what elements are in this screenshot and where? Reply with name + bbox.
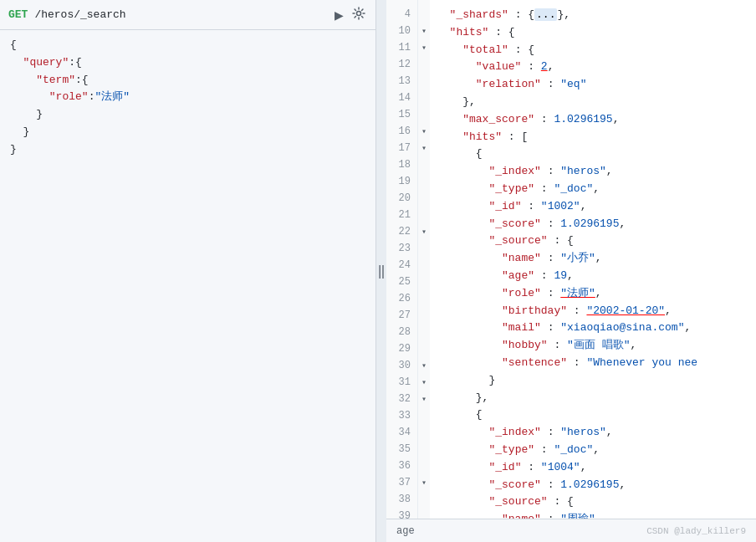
fold-13	[418, 74, 430, 90]
fold-23	[418, 241, 430, 258]
fold-36	[418, 458, 430, 475]
ln-32: 32	[386, 391, 417, 408]
fold-15	[418, 107, 430, 124]
response-content: 4 10 11 12 13 14 15 16 17 18 19 20 21 22…	[386, 0, 756, 519]
bottom-label: age	[396, 525, 415, 537]
ln-12: 12	[386, 57, 417, 74]
fold-31[interactable]	[418, 375, 430, 391]
code-line-2: "query":{	[10, 54, 365, 72]
fold-4[interactable]	[418, 7, 430, 23]
panel-divider[interactable]: ‖	[376, 0, 386, 542]
ln-17: 17	[386, 141, 417, 157]
fold-14	[418, 90, 430, 107]
ln-21: 21	[386, 207, 417, 224]
ln-36: 36	[386, 458, 417, 475]
ln-28: 28	[386, 325, 417, 341]
fold-39	[418, 509, 430, 519]
settings-button[interactable]	[350, 5, 367, 24]
ln-4: 4	[386, 7, 417, 23]
fold-27	[418, 308, 430, 325]
fold-19	[418, 174, 430, 191]
fold-indicators	[418, 0, 430, 519]
fold-18	[418, 157, 430, 174]
fold-12	[418, 57, 430, 74]
code-line-7: }	[10, 141, 365, 159]
fold-28	[418, 325, 430, 341]
fold-21	[418, 207, 430, 224]
r-line-27: "mail" : "xiaoqiao@sina.com",	[437, 320, 756, 337]
ln-20: 20	[386, 191, 417, 207]
ln-35: 35	[386, 442, 417, 458]
response-code-body: "_shards" : {...}, "hits" : { "total" : …	[430, 0, 756, 519]
ln-39: 39	[386, 509, 417, 519]
ln-14: 14	[386, 90, 417, 107]
fold-30[interactable]	[418, 358, 430, 375]
fold-37[interactable]	[418, 475, 430, 492]
ln-16: 16	[386, 124, 417, 141]
r-line-20: "_id" : "1002",	[437, 198, 756, 216]
fold-35	[418, 442, 430, 458]
code-line-4: "role":"法师"	[10, 89, 365, 106]
fold-11[interactable]	[418, 40, 430, 57]
code-line-1: {	[10, 37, 365, 54]
ln-34: 34	[386, 425, 417, 442]
fold-22[interactable]	[418, 224, 430, 241]
ln-27: 27	[386, 308, 417, 325]
r-line-31: },	[437, 390, 756, 407]
ln-13: 13	[386, 74, 417, 90]
r-line-22: "_source" : {	[437, 233, 756, 250]
r-line-12: "value" : 2,	[437, 59, 756, 76]
r-line-32: {	[437, 406, 756, 424]
fold-38	[418, 492, 430, 509]
request-body: { "query":{ "term":{ "role":"法师" } } }	[0, 30, 375, 542]
r-line-36: "_score" : 1.0296195,	[437, 477, 756, 494]
r-line-28: "hobby" : "画面 唱歌",	[437, 337, 756, 355]
r-line-38: "name" : "周瑜",	[437, 511, 756, 519]
fold-33	[418, 408, 430, 425]
r-line-21: "_score" : 1.0296195,	[437, 216, 756, 233]
fold-24	[418, 258, 430, 274]
r-line-18: "_index" : "heros",	[437, 163, 756, 181]
r-line-19: "_type" : "_doc",	[437, 181, 756, 198]
r-line-15: "max_score" : 1.0296195,	[437, 111, 756, 129]
r-line-29: "sentence" : "Whenever you nee	[437, 355, 756, 372]
r-line-23: "name" : "小乔",	[437, 250, 756, 268]
ln-25: 25	[386, 274, 417, 291]
ln-22: 22	[386, 224, 417, 241]
ln-15: 15	[386, 107, 417, 124]
ln-29: 29	[386, 341, 417, 358]
r-line-26: "birthday" : "2002-01-20",	[437, 303, 756, 320]
http-method: GET	[8, 8, 28, 21]
run-button[interactable]: ▶	[333, 7, 345, 23]
fold-10[interactable]	[418, 23, 430, 40]
r-line-17: {	[437, 146, 756, 163]
r-line-10: "hits" : {	[437, 24, 756, 42]
ln-37: 37	[386, 475, 417, 492]
fold-25	[418, 274, 430, 291]
fold-34	[418, 425, 430, 442]
url-actions: ▶	[333, 5, 367, 24]
ln-18: 18	[386, 157, 417, 174]
fold-16[interactable]	[418, 124, 430, 141]
fold-17[interactable]	[418, 141, 430, 157]
ln-19: 19	[386, 174, 417, 191]
ln-26: 26	[386, 291, 417, 308]
left-panel: GET /heros/_search ▶ { "query":{ "term":…	[0, 0, 376, 542]
bottom-bar: age CSDN @lady_killer9	[386, 519, 756, 542]
r-line-16: "hits" : [	[437, 129, 756, 146]
fold-20	[418, 191, 430, 207]
r-line-33: "_index" : "heros",	[437, 424, 756, 442]
ln-38: 38	[386, 492, 417, 509]
ln-24: 24	[386, 258, 417, 274]
ln-23: 23	[386, 241, 417, 258]
r-line-4: "_shards" : {...},	[437, 7, 756, 24]
url-bar: GET /heros/_search ▶	[0, 0, 375, 30]
r-line-13: "relation" : "eq"	[437, 76, 756, 94]
code-line-6: }	[10, 124, 365, 141]
r-line-37: "_source" : {	[437, 493, 756, 511]
ln-11: 11	[386, 40, 417, 57]
r-line-35: "_id" : "1004",	[437, 459, 756, 477]
r-line-34: "_type" : "_doc",	[437, 442, 756, 459]
fold-32[interactable]	[418, 391, 430, 408]
watermark-label: CSDN @lady_killer9	[646, 526, 746, 536]
